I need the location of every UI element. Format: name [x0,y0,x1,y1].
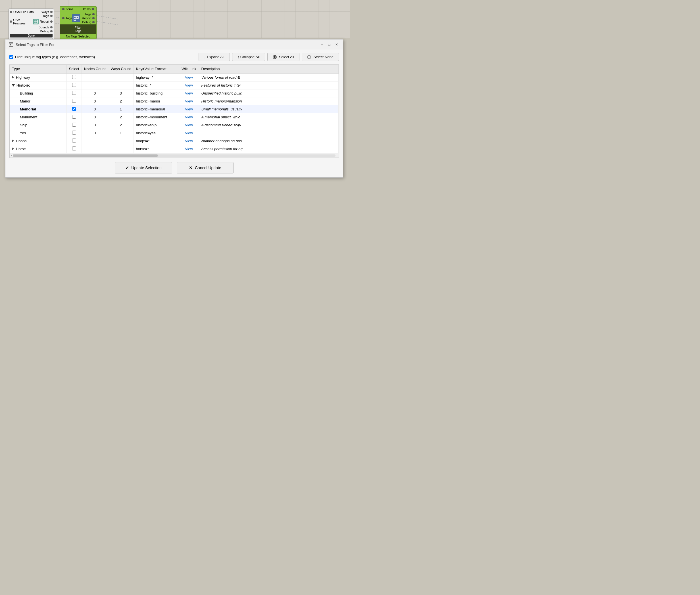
cell-select-historic-monument[interactable] [66,113,82,121]
wiki-link-hoops[interactable]: View [185,139,193,143]
tags-table: Type Select Nodes Count Ways Count Key=V… [10,65,339,153]
dialog-select-tags: Select Tags to Filter For − □ ✕ Hide uni… [5,39,343,178]
cell-nodes-historic-yes: 0 [82,129,108,137]
scroll-left-arrow[interactable]: ‹ [10,154,13,157]
cell-desc-historic-yes [199,129,338,137]
cell-wiki-historic-memorial[interactable]: View [179,105,199,113]
hide-unique-checkbox-label[interactable]: Hide unique tag types (e.g. addresses, w… [9,55,195,59]
cell-wiki-hoops[interactable]: View [179,137,199,145]
cell-nodes-historic-monument: 0 [82,113,108,121]
expander-highway[interactable]: Highway [12,75,30,80]
type-label-historic-manor: Manor [20,99,30,103]
cell-wiki-historic-manor[interactable]: View [179,97,199,105]
wiki-link-highway[interactable]: View [185,75,193,80]
filter-tags-label2: Tags [61,29,95,33]
cell-wiki-historic-ship[interactable]: View [179,121,199,129]
cell-kv-horse: horse=* [134,145,179,153]
checkbox-highway[interactable] [72,75,76,79]
cancel-update-button[interactable]: ✕ Cancel Update [177,162,234,173]
node-filter[interactable]: Items Items Tags Tags Rep [60,6,97,44]
checkbox-horse[interactable] [72,146,76,150]
hide-unique-checkbox[interactable] [9,55,14,59]
cell-select-hoops[interactable] [66,137,82,145]
type-label-historic-memorial: Memorial [20,107,36,111]
wiki-link-historic-yes[interactable]: View [185,131,193,135]
cell-nodes-hoops [82,137,108,145]
cell-type-historic-memorial: Memorial [10,105,66,113]
update-selection-button[interactable]: ✔ Update Selection [115,162,172,173]
table-scroll-wrapper[interactable]: Type Select Nodes Count Ways Count Key=V… [10,65,339,153]
expander-hoops[interactable]: Hoops [12,139,27,143]
cell-wiki-historic-monument[interactable]: View [179,113,199,121]
cell-type-historic-ship: Ship [10,121,66,129]
cell-type-historic-monument: Monument [10,113,66,121]
checkbox-historic-monument[interactable] [72,115,76,119]
cell-type-historic[interactable]: Historic [10,82,66,89]
expander-horse[interactable]: Horse [12,147,26,151]
hscroll-thumb [13,154,158,157]
wiki-link-historic-memorial[interactable]: View [185,107,193,111]
collapse-all-button[interactable]: ↑ Collapse All [232,53,265,61]
scroll-right-arrow[interactable]: › [335,154,338,157]
wiki-link-historic[interactable]: View [185,83,193,87]
cell-select-historic-yes[interactable] [66,129,82,137]
cell-select-historic-ship[interactable] [66,121,82,129]
checkbox-hoops[interactable] [72,139,76,142]
checkbox-historic-yes[interactable] [72,131,76,135]
cell-select-historic-building[interactable] [66,89,82,97]
cell-kv-highway: highway=* [134,73,179,82]
cell-desc-highway: Various forms of road & [199,73,338,82]
cell-wiki-horse[interactable]: View [179,145,199,153]
cell-ways-horse [108,145,134,153]
select-all-radio-icon [273,55,277,59]
type-label-horse: Horse [16,147,26,151]
select-none-radio-icon [307,55,311,59]
cell-select-historic[interactable] [66,82,82,89]
cell-select-horse[interactable] [66,145,82,153]
wiki-link-historic-building[interactable]: View [185,91,193,95]
dialog-title-area: Select Tags to Filter For [9,42,55,47]
expand-all-button[interactable]: ↓ Expand All [198,53,230,61]
horizontal-scrollbar[interactable]: ‹ › [10,153,339,158]
checkbox-historic-building[interactable] [72,91,76,95]
wiki-link-horse[interactable]: View [185,147,193,151]
cell-nodes-historic-ship: 0 [82,121,108,129]
checkbox-historic-ship[interactable] [72,123,76,126]
maximize-button[interactable]: □ [326,42,332,48]
cell-wiki-highway[interactable]: View [179,73,199,82]
triangle-right-icon [12,147,14,150]
cell-desc-historic-building: Unspecified historic builc [199,89,338,97]
cell-wiki-historic-yes[interactable]: View [179,129,199,137]
triangle-right-icon [12,76,14,79]
type-label-historic: Historic [17,83,30,87]
select-all-button[interactable]: Select All [267,53,299,61]
svg-rect-15 [10,44,11,46]
node-osm[interactable]: OSM File Path Ways Tags OSM Features Rep… [8,8,54,44]
cell-type-hoops[interactable]: Hoops [10,137,66,145]
wiki-link-historic-monument[interactable]: View [185,115,193,119]
cell-type-highway[interactable]: Highway [10,73,66,82]
cell-wiki-historic[interactable]: View [179,82,199,89]
cell-type-horse[interactable]: Horse [10,145,66,153]
wiki-link-historic-manor[interactable]: View [185,99,193,103]
cell-wiki-historic-building[interactable]: View [179,89,199,97]
minimize-button[interactable]: − [319,42,325,48]
port-tags-in [62,17,64,19]
port-debug2-out [92,21,95,23]
close-button[interactable]: ✕ [334,42,340,48]
cell-ways-historic-building: 3 [108,89,134,97]
cell-select-historic-memorial[interactable] [66,105,82,113]
checkbox-historic-memorial[interactable] [72,107,76,111]
table-row: Monument02historic=monumentViewA memoria… [10,113,339,121]
cell-select-highway[interactable] [66,73,82,82]
select-none-button[interactable]: Select None [302,53,339,61]
table-row: Horsehorse=*ViewAccess permission for eq [10,145,339,153]
wiki-link-historic-ship[interactable]: View [185,123,193,127]
cell-kv-historic-monument: historic=monument [134,113,179,121]
dialog-window-controls: − □ ✕ [319,42,340,48]
expander-historic[interactable]: Historic [12,83,30,87]
checkbox-historic[interactable] [72,83,76,87]
checkbox-historic-manor[interactable] [72,99,76,103]
svg-rect-7 [74,17,76,19]
cell-select-historic-manor[interactable] [66,97,82,105]
